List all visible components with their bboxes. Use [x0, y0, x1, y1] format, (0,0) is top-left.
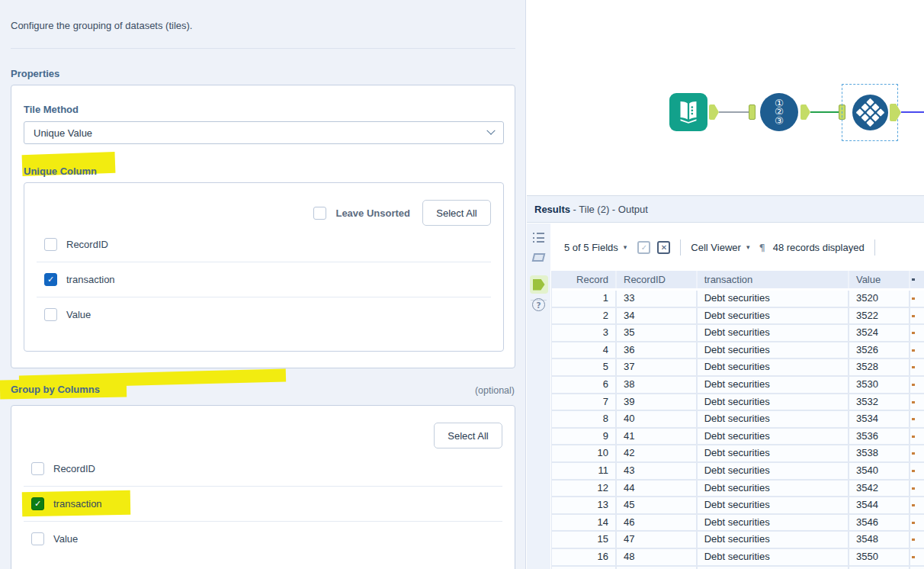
table-cell-clipped: [910, 377, 924, 393]
chevron-down-icon[interactable]: ▾: [746, 243, 750, 251]
checkbox-icon[interactable]: [31, 532, 44, 545]
help-icon[interactable]: ?: [527, 298, 550, 311]
table-cell: 47: [617, 532, 698, 548]
table-cell: [617, 567, 698, 569]
table-row[interactable]: 1547Debt securities3548: [552, 532, 924, 549]
table-cell: [552, 567, 617, 569]
profile-flag-icon[interactable]: [527, 253, 550, 262]
checkbox-icon[interactable]: [313, 207, 326, 220]
column-header[interactable]: Record: [552, 271, 617, 288]
table-row[interactable]: 335Debt securities3524: [552, 325, 924, 342]
output-anchor-icon: [533, 279, 545, 291]
column-option-transaction[interactable]: ✓transaction: [24, 262, 503, 297]
output-anchor[interactable]: [890, 104, 901, 121]
results-grid-header: RecordRecordIDtransactionValue: [552, 271, 924, 288]
checkbox-icon[interactable]: [44, 308, 57, 321]
column-option-Value[interactable]: Value: [11, 522, 515, 556]
connection-wire[interactable]: [901, 111, 924, 113]
column-option-RecordID[interactable]: RecordID: [11, 452, 515, 486]
output-anchor-button[interactable]: [527, 275, 550, 294]
connection-wire[interactable]: [810, 111, 839, 113]
table-cell: 3550: [849, 549, 910, 565]
table-cell: 40: [617, 411, 698, 427]
table-cell: 3546: [849, 515, 910, 531]
tile-method-label: Tile Method: [24, 104, 79, 115]
records-displayed-label: 48 records displayed: [773, 242, 865, 253]
table-cell: Debt securities: [698, 549, 849, 565]
checkbox-icon[interactable]: [44, 238, 57, 251]
column-header[interactable]: transaction: [698, 271, 849, 288]
column-option-transaction[interactable]: ✓transaction: [11, 487, 515, 521]
table-cell: 3540: [849, 463, 910, 479]
record-id-tool[interactable]: ① ② ③: [760, 93, 798, 131]
table-row[interactable]: 436Debt securities3526: [552, 342, 924, 360]
table-cell: Debt securities: [698, 411, 849, 427]
table-cell: Debt securities: [698, 463, 849, 479]
table-cell-clipped: [910, 308, 924, 324]
group-by-box: Select All RecordID✓transactionValue: [11, 405, 515, 569]
table-row[interactable]: 1648Debt securities3550: [552, 549, 924, 567]
column-header[interactable]: Value: [849, 271, 910, 288]
table-cell-clipped: [910, 325, 924, 341]
select-all-button[interactable]: Select All: [422, 200, 491, 226]
table-cell: 3520: [849, 291, 910, 307]
column-header[interactable]: RecordID: [617, 271, 698, 288]
table-cell: 48: [617, 549, 698, 565]
cell-viewer-dropdown[interactable]: Cell Viewer: [691, 242, 741, 253]
table-cell: [698, 567, 849, 569]
column-option-RecordID[interactable]: RecordID: [24, 227, 503, 262]
unique-column-box: Leave Unsorted Select All RecordID✓trans…: [24, 182, 504, 352]
metadata-list-icon[interactable]: [527, 233, 550, 243]
properties-heading: Properties: [11, 68, 59, 79]
output-anchor[interactable]: [800, 104, 810, 120]
checkbox-icon[interactable]: ✓: [31, 497, 44, 510]
table-cell-clipped: [910, 342, 924, 358]
table-row[interactable]: 234Debt securities3522: [552, 308, 924, 326]
output-anchor[interactable]: [709, 104, 719, 120]
select-all-button[interactable]: Select All: [434, 423, 502, 448]
results-toolbar: 5 of 5 Fields ▾ ✓ ✕ Cell Viewer ▾ ¶ 48 r…: [550, 223, 924, 271]
table-cell: 41: [617, 429, 698, 445]
table-cell: 38: [617, 377, 698, 393]
table-row[interactable]: 1042Debt securities3538: [552, 445, 924, 463]
deselect-fields-icon[interactable]: ✕: [657, 241, 670, 254]
column-option-label: transaction: [66, 274, 115, 285]
table-row[interactable]: 840Debt securities3534: [552, 411, 924, 429]
table-cell: Debt securities: [698, 497, 849, 513]
input-data-tool[interactable]: [669, 93, 707, 131]
table-cell: Debt securities: [698, 394, 849, 410]
table-cell: 1: [552, 291, 617, 307]
table-cell: Debt securities: [698, 359, 849, 375]
tile-method-select[interactable]: Unique Value: [24, 121, 504, 144]
table-row[interactable]: 537Debt securities3528: [552, 359, 924, 377]
table-row[interactable]: 133Debt securities3520: [552, 291, 924, 308]
table-cell: Debt securities: [698, 308, 849, 324]
connection-wire[interactable]: [719, 111, 749, 113]
whitespace-toggle-icon[interactable]: ¶: [759, 242, 765, 253]
results-panel: Results - Tile (2) - Output ? 5 of 5 Fie…: [527, 196, 924, 569]
checkbox-icon[interactable]: [31, 462, 44, 475]
leave-unsorted-checkbox[interactable]: Leave Unsorted: [313, 207, 410, 220]
table-cell-clipped: [910, 567, 924, 569]
checkbox-icon[interactable]: ✓: [44, 273, 57, 286]
table-cell: 45: [617, 497, 698, 513]
table-row[interactable]: 1345Debt securities3544: [552, 497, 924, 515]
input-anchor[interactable]: [749, 104, 756, 120]
select-fields-icon[interactable]: ✓: [637, 241, 650, 254]
table-row[interactable]: 1446Debt securities3546: [552, 515, 924, 532]
table-cell: 4: [552, 342, 617, 358]
leave-unsorted-label: Leave Unsorted: [335, 207, 410, 219]
fields-dropdown[interactable]: 5 of 5 Fields: [564, 242, 618, 253]
table-row[interactable]: 1143Debt securities3540: [552, 463, 924, 481]
table-row[interactable]: 739Debt securities3532: [552, 394, 924, 412]
table-row[interactable]: 638Debt securities3530: [552, 377, 924, 394]
table-cell: 46: [617, 515, 698, 531]
column-option-label: RecordID: [53, 463, 95, 474]
table-cell: 39: [617, 394, 698, 410]
table-row[interactable]: 941Debt securities3536: [552, 429, 924, 446]
workflow-canvas[interactable]: ① ② ③: [527, 0, 924, 196]
table-row[interactable]: 1244Debt securities3542: [552, 481, 924, 498]
tile-tool[interactable]: [852, 95, 888, 130]
column-option-Value[interactable]: Value: [24, 297, 503, 332]
chevron-down-icon[interactable]: ▾: [624, 243, 627, 251]
